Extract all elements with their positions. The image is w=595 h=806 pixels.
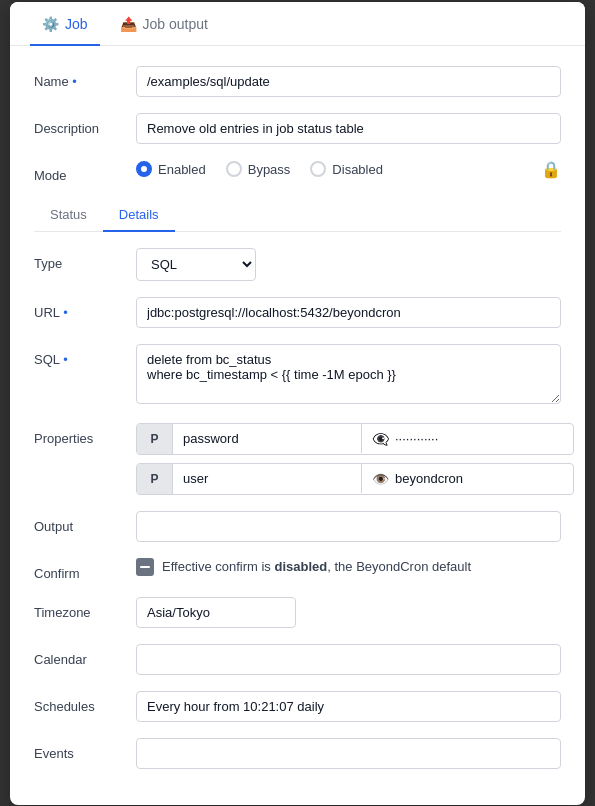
events-label: Events (34, 738, 124, 761)
mode-row: Mode Enabled Bypass Disabled (34, 160, 561, 183)
prop-value-password-container: 👁️‍🗨️ (362, 424, 573, 454)
output-label: Output (34, 511, 124, 534)
sub-tab-status[interactable]: Status (34, 199, 103, 232)
name-field (136, 66, 561, 97)
sql-label: SQL • (34, 344, 124, 367)
events-field (136, 738, 561, 769)
confirm-minus-icon (136, 558, 154, 576)
mode-label: Mode (34, 160, 124, 183)
url-field (136, 297, 561, 328)
mode-disabled[interactable]: Disabled (310, 161, 383, 177)
description-row: Description (34, 113, 561, 144)
upload-icon: 📤 (120, 16, 137, 32)
type-select[interactable]: SQL (136, 248, 256, 281)
properties-row: Properties P 👁️‍🗨️ P 👁️ (34, 423, 561, 495)
prop-badge-p2: P (137, 464, 173, 494)
eye-icon: 👁️ (372, 471, 389, 487)
tab-job-label: Job (65, 16, 88, 32)
sql-row: SQL • delete from bc_status where bc_tim… (34, 344, 561, 407)
lock-icon: 🔒 (541, 160, 561, 179)
prop-value-user[interactable] (395, 471, 563, 486)
type-row: Type SQL (34, 248, 561, 281)
prop-badge-p1: P (137, 424, 173, 454)
confirm-content: Effective confirm is disabled, the Beyon… (136, 558, 561, 576)
description-input[interactable] (136, 113, 561, 144)
mode-bypass[interactable]: Bypass (226, 161, 291, 177)
description-field (136, 113, 561, 144)
timezone-row: Timezone (34, 597, 561, 628)
sub-tab-details[interactable]: Details (103, 199, 175, 232)
events-input[interactable] (136, 738, 561, 769)
timezone-input[interactable] (136, 597, 296, 628)
type-field: SQL (136, 248, 561, 281)
eye-slash-icon: 👁️‍🗨️ (372, 431, 389, 447)
tab-job[interactable]: ⚙️ Job (30, 2, 100, 46)
form-content: Name • Description Mode Enabled (10, 46, 585, 805)
calendar-input[interactable] (136, 644, 561, 675)
calendar-label: Calendar (34, 644, 124, 667)
property-row-password: P 👁️‍🗨️ (136, 423, 574, 455)
app-window: ⚙️ Job 📤 Job output Name • Description (10, 2, 585, 805)
url-label: URL • (34, 297, 124, 320)
confirm-bold: disabled (274, 559, 327, 574)
schedules-input[interactable] (136, 691, 561, 722)
radio-disabled (310, 161, 326, 177)
output-row: Output (34, 511, 561, 542)
calendar-field (136, 644, 561, 675)
gear-icon: ⚙️ (42, 16, 59, 32)
properties-container: P 👁️‍🗨️ P 👁️ (136, 423, 574, 495)
mode-options-wrapper: Enabled Bypass Disabled 🔒 (136, 160, 561, 179)
mode-enabled[interactable]: Enabled (136, 161, 206, 177)
confirm-row: Confirm Effective confirm is disabled, t… (34, 558, 561, 581)
property-row-user: P 👁️ (136, 463, 574, 495)
tab-job-output-label: Job output (143, 16, 208, 32)
events-row: Events (34, 738, 561, 769)
sql-input[interactable]: delete from bc_status where bc_timestamp… (136, 344, 561, 404)
mode-disabled-label: Disabled (332, 162, 383, 177)
url-row: URL • (34, 297, 561, 328)
confirm-text: Effective confirm is disabled, the Beyon… (162, 559, 471, 574)
prop-key-user[interactable] (173, 464, 362, 493)
output-field (136, 511, 561, 542)
tab-bar: ⚙️ Job 📤 Job output (10, 2, 585, 46)
prop-value-password[interactable] (395, 431, 563, 446)
timezone-label: Timezone (34, 597, 124, 620)
sub-tab-bar: Status Details (34, 199, 561, 232)
type-label: Type (34, 248, 124, 271)
prop-key-password[interactable] (173, 424, 362, 453)
name-label: Name • (34, 66, 124, 89)
name-row: Name • (34, 66, 561, 97)
schedules-field (136, 691, 561, 722)
timezone-field (136, 597, 561, 628)
mode-bypass-label: Bypass (248, 162, 291, 177)
output-input[interactable] (136, 511, 561, 542)
radio-bypass (226, 161, 242, 177)
mode-enabled-label: Enabled (158, 162, 206, 177)
tab-job-output[interactable]: 📤 Job output (108, 2, 220, 46)
mode-options: Enabled Bypass Disabled (136, 161, 541, 177)
description-label: Description (34, 113, 124, 136)
calendar-row: Calendar (34, 644, 561, 675)
schedules-label: Schedules (34, 691, 124, 714)
prop-value-user-container: 👁️ (362, 464, 573, 494)
properties-label: Properties (34, 423, 124, 446)
url-input[interactable] (136, 297, 561, 328)
name-input[interactable] (136, 66, 561, 97)
schedules-row: Schedules (34, 691, 561, 722)
radio-enabled (136, 161, 152, 177)
sql-field: delete from bc_status where bc_timestamp… (136, 344, 561, 407)
confirm-label: Confirm (34, 558, 124, 581)
